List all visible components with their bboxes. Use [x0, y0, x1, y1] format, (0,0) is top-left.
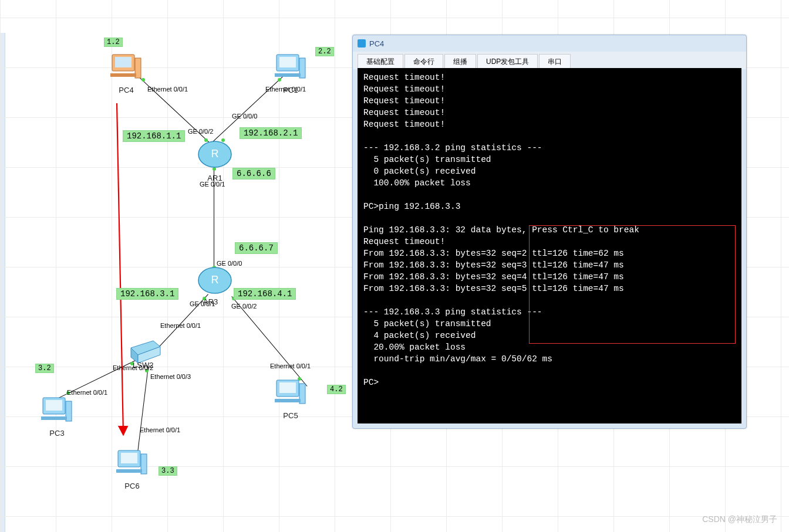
svg-rect-2 — [115, 57, 132, 67]
workspace: PC4 PC1 R AR1 R AR3 LSW2 PC3 PC6 PC5 1.2… — [0, 0, 789, 532]
terminal-tabs: 基础配置 命令行 组播 UDP发包工具 串口 — [353, 52, 746, 69]
port-pc5: Ethernet 0/0/1 — [270, 362, 311, 370]
port-pc4: Ethernet 0/0/1 — [147, 86, 188, 93]
ip-pc1: 2.2 — [315, 47, 334, 56]
port-ar3-g1: GE 0/0/1 — [190, 300, 215, 307]
window-title: PC4 — [369, 39, 384, 48]
ip-pc5: 4.2 — [327, 385, 346, 394]
highlight-box — [529, 225, 736, 344]
port-lsw-e3: Ethernet 0/0/3 — [150, 373, 191, 380]
node-ar3[interactable]: R AR3 — [196, 264, 234, 299]
ip-ar3-left: 192.168.3.1 — [116, 288, 178, 300]
ip-ar1-loop: 6.6.6.6 — [232, 168, 275, 179]
svg-rect-24 — [275, 399, 301, 402]
ip-ar3-right: 192.168.4.1 — [234, 288, 296, 300]
node-label: PC3 — [36, 429, 77, 438]
port-ar1-g0: GE 0/0/0 — [232, 113, 257, 120]
ip-ar1-right: 192.168.2.1 — [240, 127, 302, 139]
svg-rect-14 — [46, 400, 62, 411]
node-label: PC5 — [270, 411, 311, 420]
svg-rect-18 — [121, 453, 137, 463]
terminal-window[interactable]: PC4 基础配置 命令行 组播 UDP发包工具 串口 Request timeo… — [352, 35, 747, 429]
tab-multicast[interactable]: 组播 — [444, 54, 476, 69]
node-label: PC6 — [112, 482, 153, 490]
node-lsw2[interactable]: LSW2 — [127, 337, 164, 367]
node-pc4[interactable]: PC4 — [106, 50, 147, 94]
ip-ar3-top: 6.6.6.7 — [235, 242, 278, 254]
window-titlebar[interactable]: PC4 — [353, 35, 746, 52]
node-pc6[interactable]: PC6 — [112, 446, 153, 490]
node-pc5[interactable]: PC5 — [270, 375, 311, 420]
port-pc6: Ethernet 0/0/1 — [140, 426, 180, 433]
port-ar3-g2: GE 0/0/2 — [231, 303, 257, 310]
node-ar1[interactable]: R AR1 — [196, 138, 234, 182]
port-ar1-g2: GE 0/0/2 — [188, 128, 213, 135]
ip-pc3: 3.2 — [35, 364, 54, 373]
svg-rect-4 — [110, 73, 136, 77]
port-pc1: Ethernet 0/0/1 — [265, 86, 306, 93]
port-lsw-e1: Ethernet 0/0/1 — [160, 322, 201, 329]
tab-udp-tool[interactable]: UDP发包工具 — [477, 54, 538, 69]
svg-rect-20 — [116, 469, 142, 473]
svg-text:R: R — [211, 148, 219, 160]
ip-pc4: 1.2 — [104, 38, 123, 47]
svg-rect-16 — [41, 416, 67, 420]
port-ar3-g0: GE 0/0/0 — [217, 260, 242, 267]
pc-icon — [358, 39, 366, 48]
tab-basic-config[interactable]: 基础配置 — [358, 54, 403, 69]
svg-line-0 — [117, 103, 123, 434]
svg-rect-22 — [279, 382, 296, 393]
port-ar1-g1: GE 0/0/1 — [200, 181, 225, 188]
port-pc3: Ethernet 0/0/1 — [67, 389, 107, 396]
tab-serial[interactable]: 串口 — [539, 54, 571, 69]
tab-cli[interactable]: 命令行 — [404, 54, 443, 69]
svg-text:R: R — [211, 274, 219, 286]
svg-rect-8 — [275, 73, 301, 77]
node-label: PC4 — [106, 86, 147, 94]
watermark: CSDN @神秘泣男子 — [702, 514, 777, 525]
port-lsw-e2: Ethernet 0/0/2 — [113, 364, 153, 371]
node-pc3[interactable]: PC3 — [36, 393, 77, 438]
ip-pc6: 3.3 — [159, 466, 177, 476]
ip-ar1-left: 192.168.1.1 — [123, 130, 185, 142]
svg-rect-6 — [279, 57, 296, 67]
